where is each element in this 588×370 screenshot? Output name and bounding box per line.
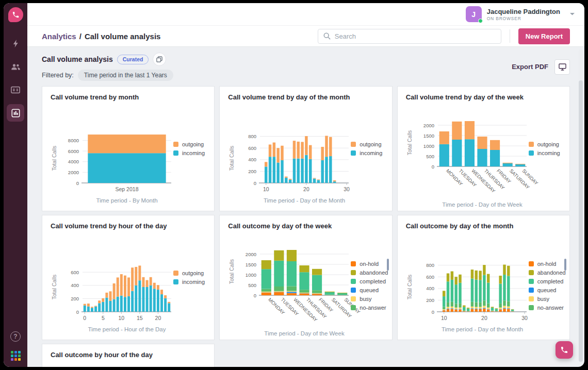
legend-item-abandoned[interactable]: abandoned bbox=[529, 270, 566, 276]
freshcaller-logo[interactable] bbox=[8, 7, 23, 22]
copy-icon bbox=[156, 56, 162, 62]
legend-label: busy bbox=[537, 296, 549, 302]
svg-text:500: 500 bbox=[426, 154, 434, 159]
legend-label: incoming bbox=[537, 150, 560, 156]
legend-label: outgoing bbox=[537, 141, 559, 147]
chart-card-outcome-by-day-of-month: Call outcome by day of the month 0200400… bbox=[397, 215, 570, 340]
svg-text:Time period - By Month: Time period - By Month bbox=[96, 197, 157, 204]
user-menu[interactable]: J Jacqueline Paddington ON BROWSER bbox=[466, 6, 575, 22]
chart-card-volume-by-day-of-week: Call volume trend by day of the week 050… bbox=[397, 86, 570, 211]
legend-swatch bbox=[351, 296, 356, 301]
chart-card-volume-by-month: Call volume trend by month 0200040006000… bbox=[42, 86, 215, 211]
sidebar-item-dialer[interactable] bbox=[7, 35, 24, 52]
legend-item-outgoing[interactable]: outgoing bbox=[351, 141, 382, 147]
chart-legend: outgoingincoming bbox=[173, 270, 205, 285]
svg-text:Time period - Day of the Week: Time period - Day of the Week bbox=[265, 330, 345, 337]
legend-item-no-answer[interactable]: no-answer bbox=[529, 305, 566, 311]
breadcrumb-section[interactable]: Analytics bbox=[42, 32, 76, 41]
chart-card-outcome-by-hour: Call outcome by hour of the day bbox=[42, 344, 215, 367]
avatar-initial: J bbox=[471, 10, 476, 19]
sidebar-item-analytics[interactable] bbox=[7, 104, 24, 122]
legend-label: outgoing bbox=[182, 270, 204, 276]
svg-text:20: 20 bbox=[303, 186, 309, 192]
monitor-icon bbox=[559, 63, 566, 71]
legend-item-incoming[interactable]: incoming bbox=[351, 150, 382, 156]
legend-item-outgoing[interactable]: outgoing bbox=[173, 270, 205, 276]
legend-item-on-hold[interactable]: on-hold bbox=[529, 261, 566, 267]
legend-swatch bbox=[351, 150, 356, 156]
legend-label: incoming bbox=[182, 150, 205, 156]
svg-text:Time period - Day of the Week: Time period - Day of the Week bbox=[442, 201, 522, 208]
avatar: J bbox=[466, 6, 482, 22]
legend-item-completed[interactable]: completed bbox=[529, 278, 566, 284]
legend-swatch bbox=[529, 261, 534, 266]
chart-legend: on-holdabandonedcompletedqueuedbusyno-an… bbox=[351, 261, 388, 311]
legend-swatch bbox=[173, 150, 178, 156]
export-display-button[interactable] bbox=[554, 59, 570, 75]
chart-title: Call volume trend by month bbox=[42, 87, 214, 101]
legend-scrollbar[interactable] bbox=[387, 259, 389, 271]
sidebar: ? bbox=[4, 3, 27, 367]
legend-scrollbar[interactable] bbox=[564, 259, 566, 271]
svg-text:0: 0 bbox=[431, 164, 434, 170]
svg-text:400: 400 bbox=[426, 285, 434, 291]
svg-text:1500: 1500 bbox=[246, 262, 256, 267]
breadcrumb: Analytics / Call volume analysis bbox=[42, 32, 160, 41]
new-report-button[interactable]: New Report bbox=[518, 28, 570, 44]
breadcrumb-separator: / bbox=[79, 32, 81, 41]
legend-swatch bbox=[173, 279, 178, 284]
chart-volume-by-day-of-month: 0200400600800Total Calls102030Time perio… bbox=[227, 131, 351, 205]
chart-volume-by-day-of-week: 0500100015002000Total CallsMONDAYTUESDAY… bbox=[405, 117, 529, 209]
apps-switcher-icon[interactable] bbox=[11, 351, 21, 361]
dialer-fab[interactable] bbox=[556, 341, 573, 359]
legend-label: incoming bbox=[360, 150, 382, 156]
legend-item-abandoned[interactable]: abandoned bbox=[351, 270, 388, 276]
search-box[interactable] bbox=[318, 29, 501, 44]
legend-item-busy[interactable]: busy bbox=[351, 296, 388, 302]
legend-item-outgoing[interactable]: outgoing bbox=[173, 141, 205, 147]
legend-label: on-hold bbox=[537, 261, 557, 267]
legend-item-on-hold[interactable]: on-hold bbox=[351, 261, 388, 267]
legend-item-no-answer[interactable]: no-answer bbox=[351, 305, 388, 311]
svg-text:2000: 2000 bbox=[246, 251, 256, 257]
chart-outcome-by-day-of-week: 0500100015002000Total CallsMONDAYTUESDAY… bbox=[227, 246, 351, 338]
svg-text:Total Calls: Total Calls bbox=[51, 275, 57, 299]
chart-title: Call volume trend by day of the week bbox=[398, 87, 569, 101]
report-header: Call volume analysis Curated Filtered by… bbox=[27, 47, 584, 86]
svg-text:800: 800 bbox=[248, 133, 256, 139]
svg-text:10: 10 bbox=[118, 315, 124, 321]
legend-label: incoming bbox=[182, 279, 205, 285]
legend-item-completed[interactable]: completed bbox=[351, 278, 388, 284]
chart-volume-by-month: 02000400060008000Total CallsSep 2018Time… bbox=[50, 131, 173, 205]
svg-text:Total Calls: Total Calls bbox=[228, 259, 235, 284]
clone-report-button[interactable] bbox=[153, 53, 166, 66]
chart-title: Call volume trend by day of the month bbox=[220, 87, 391, 101]
legend-swatch bbox=[173, 271, 178, 276]
legend-swatch bbox=[529, 270, 534, 275]
legend-item-busy[interactable]: busy bbox=[529, 296, 566, 302]
filter-chip[interactable]: Time period in the last 1 Years bbox=[78, 70, 173, 81]
svg-text:400: 400 bbox=[248, 157, 256, 162]
svg-text:4000: 4000 bbox=[68, 159, 79, 164]
svg-text:0: 0 bbox=[254, 293, 256, 298]
svg-text:500: 500 bbox=[248, 282, 256, 288]
sidebar-item-contacts[interactable] bbox=[7, 81, 24, 98]
legend-label: outgoing bbox=[182, 141, 204, 147]
legend-item-queued[interactable]: queued bbox=[351, 287, 388, 293]
legend-item-incoming[interactable]: incoming bbox=[173, 279, 205, 285]
search-icon bbox=[323, 32, 331, 40]
svg-text:Time period - Day of the Month: Time period - Day of the Month bbox=[442, 326, 523, 332]
help-icon[interactable]: ? bbox=[10, 331, 21, 342]
legend-item-incoming[interactable]: incoming bbox=[529, 150, 560, 156]
legend-item-incoming[interactable]: incoming bbox=[173, 150, 205, 156]
legend-item-queued[interactable]: queued bbox=[529, 287, 566, 293]
export-pdf-label[interactable]: Export PDF bbox=[512, 63, 548, 71]
svg-text:Time period - Day of the Month: Time period - Day of the Month bbox=[264, 197, 345, 204]
search-input[interactable] bbox=[335, 32, 496, 40]
sidebar-item-agents[interactable] bbox=[7, 58, 24, 75]
legend-item-outgoing[interactable]: outgoing bbox=[529, 141, 560, 147]
chart-legend: outgoingincoming bbox=[351, 141, 382, 156]
legend-swatch bbox=[351, 288, 356, 293]
scrollbar-thumb[interactable] bbox=[579, 80, 583, 362]
svg-text:30: 30 bbox=[521, 315, 528, 321]
